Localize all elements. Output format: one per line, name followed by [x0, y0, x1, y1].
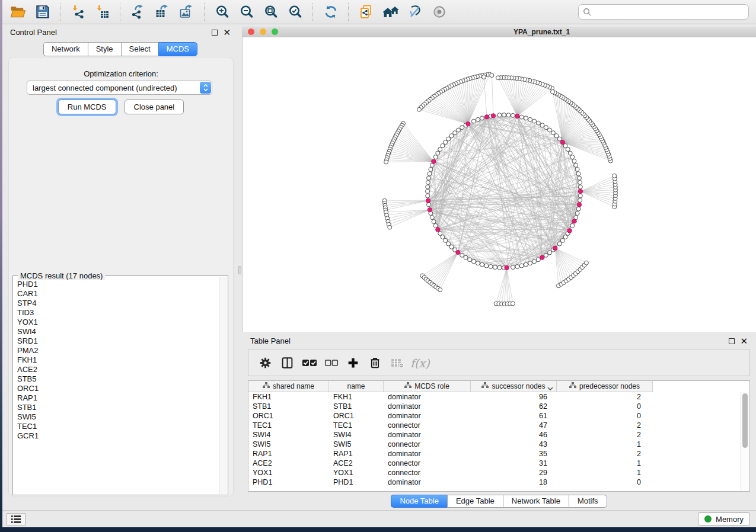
zoom-out-icon[interactable]: [234, 1, 259, 23]
export-network-icon[interactable]: [126, 1, 150, 23]
list-item[interactable]: PHD1: [17, 280, 219, 289]
delete-icon[interactable]: [364, 352, 386, 374]
cell-predecessor-nodes: 2: [557, 431, 653, 439]
table-scrollbar[interactable]: [741, 392, 749, 491]
graphics-details-icon[interactable]: [403, 1, 427, 23]
table-row[interactable]: YOX1YOX1connector291: [248, 468, 741, 477]
select-all-icon[interactable]: [298, 352, 320, 374]
list-item[interactable]: SWI4: [17, 327, 219, 336]
table-row[interactable]: SWI4SWI4dominator462: [248, 430, 741, 440]
deselect-all-icon[interactable]: [320, 352, 342, 374]
add-icon[interactable]: [342, 352, 364, 374]
network-window-titlebar: YPA_prune.txt_1: [242, 27, 756, 38]
tab-style[interactable]: Style: [88, 42, 121, 56]
tab-motifs[interactable]: Motifs: [569, 495, 607, 508]
close-panel-icon[interactable]: ✕: [223, 29, 231, 36]
import-table-disabled-icon[interactable]: [386, 352, 408, 374]
column-header-mcds-role[interactable]: MCDS role: [384, 381, 471, 392]
zoom-fit-icon[interactable]: [259, 1, 283, 23]
column-header-name[interactable]: name: [329, 381, 384, 392]
splitter-grip[interactable]: [238, 266, 241, 274]
cell-successor-nodes: 61: [471, 412, 557, 420]
function-builder-icon[interactable]: f(x): [408, 357, 430, 370]
tab-network-table[interactable]: Network Table: [503, 495, 569, 508]
run-mcds-button[interactable]: Run MCDS: [58, 100, 116, 114]
share-document-icon[interactable]: [354, 1, 378, 23]
import-table-icon[interactable]: [90, 1, 114, 23]
table-row[interactable]: ACE2ACE2connector311: [248, 459, 741, 468]
birdseye-view-icon[interactable]: [427, 1, 451, 23]
control-panel-header: Control Panel ✕: [2, 24, 238, 40]
list-item[interactable]: TEC1: [17, 422, 219, 431]
list-item[interactable]: ORC1: [17, 384, 219, 393]
optimization-selected-value: largest connected component (undirected): [33, 84, 177, 92]
export-table-icon[interactable]: [150, 1, 174, 23]
table-row[interactable]: RAP1RAP1dominator352: [248, 449, 741, 459]
list-item[interactable]: SWI5: [17, 412, 219, 422]
zoom-in-icon[interactable]: [210, 1, 234, 23]
save-icon[interactable]: [30, 1, 55, 23]
maximize-window-icon[interactable]: [272, 28, 278, 35]
cell-mcds-role: dominator: [384, 450, 471, 458]
search-box[interactable]: [578, 4, 749, 20]
graph-nodes[interactable]: [382, 72, 617, 306]
cell-shared-name: SWI5: [248, 440, 329, 448]
column-header-predecessor-nodes[interactable]: predecessor nodes: [557, 381, 653, 392]
cell-mcds-role: dominator: [384, 431, 471, 439]
list-item[interactable]: RAP1: [17, 393, 219, 403]
tab-node-table[interactable]: Node Table: [391, 495, 447, 508]
table-row[interactable]: ORC1ORC1dominator610: [248, 411, 741, 421]
list-item[interactable]: STP4: [17, 299, 219, 308]
close-window-icon[interactable]: [248, 28, 254, 35]
list-item[interactable]: STB1: [17, 403, 219, 412]
list-item[interactable]: STB5: [17, 374, 219, 384]
float-panel-icon[interactable]: [212, 30, 218, 36]
network-overview-icon[interactable]: [378, 1, 403, 23]
mcds-list-scrollbar[interactable]: [219, 277, 227, 494]
list-item[interactable]: CAR1: [17, 289, 219, 299]
task-history-button[interactable]: [7, 513, 25, 525]
tab-edge-table[interactable]: Edge Table: [447, 495, 503, 508]
cell-shared-name: STB1: [248, 402, 329, 411]
open-icon[interactable]: [6, 1, 30, 23]
refresh-icon[interactable]: [318, 1, 343, 23]
export-image-icon[interactable]: [174, 1, 199, 23]
tab-network[interactable]: Network: [43, 42, 88, 56]
column-header-shared-name[interactable]: shared name: [248, 381, 329, 392]
column-header-successor-nodes[interactable]: successor nodes: [471, 381, 557, 392]
list-item[interactable]: GCR1: [17, 431, 219, 441]
table-row[interactable]: PHD1PHD1dominator180: [248, 477, 741, 487]
cell-shared-name: TEC1: [248, 421, 329, 430]
network-canvas[interactable]: [242, 37, 756, 332]
search-input[interactable]: [595, 7, 744, 17]
columns-icon[interactable]: [276, 352, 298, 374]
close-panel-button[interactable]: Close panel: [125, 100, 184, 114]
list-item[interactable]: FKH1: [17, 355, 219, 365]
memory-status-icon: [704, 515, 712, 523]
minimize-window-icon[interactable]: [260, 28, 266, 35]
list-item[interactable]: YOX1: [17, 318, 219, 327]
zoom-selected-icon[interactable]: [283, 1, 307, 23]
cell-predecessor-nodes: 2: [557, 421, 653, 430]
table-row[interactable]: FKH1FKH1dominator962: [248, 392, 741, 402]
list-item[interactable]: TID3: [17, 308, 219, 318]
table-row[interactable]: STB1STB1dominator620: [248, 402, 741, 411]
optimization-select[interactable]: largest connected component (undirected): [27, 81, 212, 95]
list-item[interactable]: PMA2: [17, 346, 219, 355]
import-network-icon[interactable]: [66, 1, 90, 23]
table-scrollbar-thumb[interactable]: [742, 393, 748, 448]
tab-mcds[interactable]: MCDS: [158, 42, 197, 56]
tab-select[interactable]: Select: [121, 42, 158, 56]
table-row[interactable]: SWI5SWI5connector431: [248, 440, 741, 449]
list-item[interactable]: SRD1: [17, 336, 219, 346]
table-row[interactable]: TEC1TEC1connector472: [248, 421, 741, 430]
close-table-panel-icon[interactable]: ✕: [740, 338, 748, 345]
network-graph[interactable]: [243, 37, 756, 332]
search-icon: [583, 8, 592, 17]
float-table-panel-icon[interactable]: [729, 338, 735, 344]
gear-icon[interactable]: [254, 352, 276, 374]
memory-button[interactable]: Memory: [698, 512, 750, 525]
list-item[interactable]: ACE2: [17, 365, 219, 374]
cell-predecessor-nodes: 0: [557, 412, 653, 420]
memory-label: Memory: [716, 515, 744, 524]
